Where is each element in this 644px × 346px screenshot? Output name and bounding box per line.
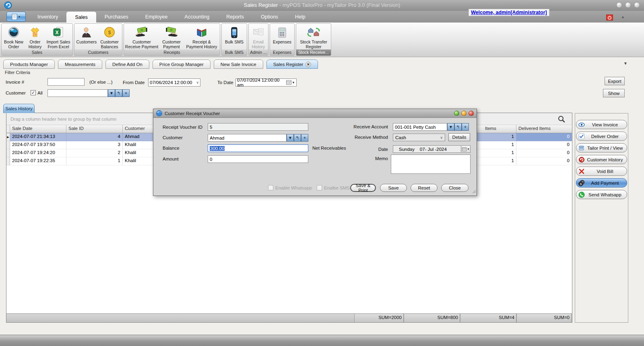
memo-textarea[interactable] <box>391 154 471 174</box>
column-header-sale-id[interactable]: Sale ID <box>66 125 123 133</box>
enable-sms-checkbox <box>317 185 322 190</box>
add-icon[interactable]: + <box>462 123 469 131</box>
add-payment-button[interactable]: €$ Add Payment <box>576 178 627 187</box>
tailor-print-view-button[interactable]: Tailor Print / View <box>576 143 627 152</box>
order-history-button[interactable]: Order History <box>25 24 45 49</box>
from-date-input[interactable]: 07/06/2024 12:00:00 ∨ <box>148 78 200 86</box>
receipt-voucher-id-input[interactable] <box>208 123 308 131</box>
add-icon[interactable]: + <box>122 89 130 97</box>
invoice-input[interactable] <box>47 78 85 86</box>
sales-history-tab[interactable]: Sales History <box>3 104 35 113</box>
column-header-sale-date[interactable]: Sale Date <box>10 125 66 133</box>
grid-cell[interactable]: 0 <box>516 133 572 141</box>
stock-transfer-register-button[interactable]: Stock Transfer Register <box>297 24 330 49</box>
grid-cell[interactable]: 0 <box>516 157 572 165</box>
balance-input[interactable]: 300.00 <box>208 144 308 152</box>
tab-price-group-manager[interactable]: Price Group Manager <box>153 60 211 69</box>
customer-filter-input[interactable] <box>47 89 108 97</box>
refresh-icon[interactable]: ↰ <box>115 89 122 97</box>
tab-measurements[interactable]: Measurements <box>58 60 102 69</box>
column-header-delivered-items[interactable]: Delivered Items <box>516 125 572 133</box>
calculator-icon <box>276 25 288 39</box>
close-button[interactable] <box>634 2 640 8</box>
date-input[interactable]: Sunday 07- Jul -2024 <box>393 145 461 153</box>
ribbon-tab-reports[interactable]: Reports <box>218 11 252 23</box>
grid-cell[interactable]: 2024-07-07 19:37:50 <box>10 141 66 149</box>
file-menu-button[interactable]: ▼ <box>6 12 26 22</box>
to-date-input[interactable]: 07/07/2024 12:00:00 am ▼ <box>235 78 297 86</box>
dialog-maximize-button[interactable] <box>461 111 466 116</box>
save-button[interactable]: Save <box>380 184 407 192</box>
all-checkbox[interactable]: ✓ <box>31 90 36 95</box>
customer-receive-payment-button[interactable]: Customer Receive Payment <box>125 24 159 49</box>
power-icon[interactable] <box>606 14 613 22</box>
dialog-close-button[interactable] <box>469 111 474 116</box>
grid-cell[interactable]: 0 <box>516 141 572 149</box>
tab-define-add-on[interactable]: Define Add On <box>105 60 149 69</box>
grid-cell[interactable]: 3 <box>66 141 123 149</box>
receipt-payment-history-button[interactable]: Receipt & Payment History <box>184 24 219 49</box>
reset-button[interactable]: Reset <box>411 184 438 192</box>
ribbon-tab-accounting[interactable]: Accounting <box>176 11 218 23</box>
tab-new-sale-invoice[interactable]: New Sale Invoice <box>214 60 263 69</box>
customer-payment-button[interactable]: Customer Payment <box>159 24 184 49</box>
group-label-expenses: Expenses <box>270 49 294 56</box>
dropdown-arrow-icon[interactable]: ▼ <box>108 89 115 97</box>
grid-cell[interactable]: 0 <box>516 149 572 157</box>
close-tab-icon[interactable] <box>305 62 311 67</box>
deliver-order-button[interactable]: Deliver Order <box>576 132 627 141</box>
grid-cell[interactable]: 2024-07-07 19:22:35 <box>10 157 66 165</box>
refresh-icon[interactable]: ↰ <box>454 123 462 131</box>
show-button[interactable]: Show <box>603 89 625 97</box>
enable-sms-label: Enalbe SMS <box>324 185 350 190</box>
save-and-print-button[interactable]: Save & Print <box>350 184 376 192</box>
tab-products-manager[interactable]: Products Manager <box>3 60 55 69</box>
ribbon-tab-purchases[interactable]: Purchases <box>96 11 137 23</box>
details-button[interactable]: Details <box>448 133 470 141</box>
view-invoice-button[interactable]: View Invoice <box>576 120 627 129</box>
send-whatsapp-button[interactable]: Send Whatsapp <box>576 190 627 199</box>
export-button[interactable]: Export <box>605 77 625 85</box>
customer-receipt-voucher-dialog: Customer Receipt Voucher Receipt Voucher… <box>153 109 477 196</box>
grid-cell[interactable]: 2024-07-07 19:24:20 <box>10 149 66 157</box>
chevron-down-icon[interactable]: ∨ <box>196 80 199 84</box>
receive-account-combo-input[interactable] <box>393 123 447 131</box>
dropdown-arrow-icon[interactable]: ▼ <box>287 134 294 142</box>
ribbon-tab-options[interactable]: Options <box>252 11 287 23</box>
grid-cell[interactable]: 4 <box>66 133 123 141</box>
customer-history-button[interactable]: Customer History <box>576 155 627 164</box>
void-bill-button[interactable]: Void Bill <box>576 167 627 176</box>
dialog-minimize-button[interactable] <box>454 111 459 116</box>
ribbon-tab-help[interactable]: Help <box>287 11 314 23</box>
add-icon[interactable]: + <box>301 134 308 142</box>
grid-cell[interactable]: 2 <box>66 149 123 157</box>
search-icon[interactable] <box>557 115 566 124</box>
receive-method-select[interactable]: Cash ∨ <box>393 134 445 141</box>
customer-combo-input[interactable] <box>208 134 287 142</box>
customer-balances-button[interactable]: $ Customer Balances <box>98 24 121 49</box>
resize-grip[interactable] <box>472 188 476 195</box>
close-dialog-button[interactable]: Close <box>441 184 469 192</box>
maximize-button[interactable] <box>625 2 631 8</box>
import-sales-from-excel-button[interactable]: X Import Sales From Excel <box>45 24 72 49</box>
collapse-ribbon-icon[interactable]: ▲ <box>621 15 625 19</box>
chevron-down-icon[interactable]: ▼ <box>623 61 627 66</box>
ribbon-tab-employee[interactable]: Employee <box>137 11 176 23</box>
customers-button[interactable]: Customers <box>75 24 98 49</box>
expenses-button[interactable]: Expenses <box>271 24 293 49</box>
tab-sales-register[interactable]: Sales Register <box>266 60 318 69</box>
bulk-sms-button[interactable]: Bulk SMS <box>223 24 246 49</box>
ribbon-tab-inventory[interactable]: Inventory <box>29 11 66 23</box>
minimize-button[interactable] <box>616 2 622 8</box>
dropdown-arrow-icon[interactable]: ▼ <box>447 123 454 131</box>
dialog-title-bar[interactable]: Customer Receipt Voucher <box>153 109 477 118</box>
calendar-icon[interactable]: ▼ <box>286 80 295 85</box>
refresh-icon[interactable]: ↰ <box>294 134 301 142</box>
book-new-order-button[interactable]: Book New Order <box>2 24 25 49</box>
welcome-admin-link[interactable]: Welcome, admin[Administrator] <box>469 9 549 16</box>
grid-cell[interactable]: 1 <box>66 157 123 165</box>
amount-input[interactable] <box>208 155 308 163</box>
calendar-icon[interactable]: ▼ <box>462 145 471 153</box>
ribbon-tab-sales[interactable]: Sales <box>66 12 96 23</box>
grid-cell[interactable]: 2024-07-07 21:34:13 <box>10 133 66 141</box>
